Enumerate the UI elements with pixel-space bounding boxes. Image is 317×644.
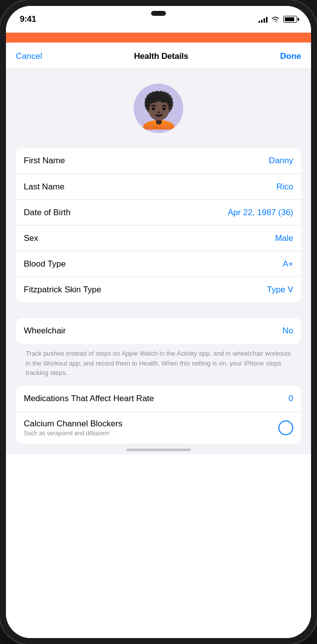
medications-label: Medications That Affect Heart Rate bbox=[24, 394, 154, 404]
form-card: First Name Danny Last Name Rico Date of … bbox=[16, 148, 301, 302]
wheelchair-note: Track pushes instead of steps on Apple W… bbox=[16, 344, 301, 386]
blood-type-row[interactable]: Blood Type A+ bbox=[16, 251, 301, 276]
calcium-label: Calcium Channel Blockers bbox=[24, 419, 122, 429]
section-gap-1 bbox=[6, 310, 311, 318]
calcium-label-group: Calcium Channel Blockers Such as verapam… bbox=[24, 419, 122, 437]
status-bar: 9:41 bbox=[6, 6, 311, 33]
sex-row[interactable]: Sex Male bbox=[16, 225, 301, 251]
wifi-icon bbox=[271, 16, 280, 23]
medications-value: 0 bbox=[289, 394, 293, 404]
avatar[interactable]: 🧑🏿‍🦱 bbox=[134, 84, 183, 133]
dob-label: Date of Birth bbox=[24, 208, 71, 218]
calcium-channel-blockers-row[interactable]: Calcium Channel Blockers Such as verapam… bbox=[16, 412, 301, 444]
first-name-row[interactable]: First Name Danny bbox=[16, 148, 301, 174]
battery-fill bbox=[285, 17, 294, 21]
phone-frame: 9:41 bbox=[0, 0, 317, 644]
battery-icon bbox=[283, 16, 297, 23]
wheelchair-card: Wheelchair No bbox=[16, 318, 301, 344]
wheelchair-label: Wheelchair bbox=[24, 326, 66, 336]
home-indicator-area bbox=[6, 444, 311, 454]
done-button[interactable]: Done bbox=[280, 51, 302, 61]
dob-row[interactable]: Date of Birth Apr 22, 1987 (36) bbox=[16, 199, 301, 225]
form-section: First Name Danny Last Name Rico Date of … bbox=[6, 148, 311, 310]
avatar-section: 🧑🏿‍🦱 bbox=[6, 69, 311, 148]
medications-heart-rate-row[interactable]: Medications That Affect Heart Rate 0 bbox=[16, 386, 301, 412]
home-bar bbox=[126, 449, 191, 451]
status-time: 9:41 bbox=[20, 14, 36, 24]
phone-screen: 9:41 bbox=[6, 6, 311, 638]
avatar-memoji: 🧑🏿‍🦱 bbox=[137, 93, 180, 128]
skin-type-row[interactable]: Fitzpatrick Skin Type Type V bbox=[16, 276, 301, 302]
medications-card: Medications That Affect Heart Rate 0 Cal… bbox=[16, 386, 301, 444]
page-title: Health Details bbox=[134, 51, 188, 61]
orange-bar bbox=[6, 33, 311, 43]
last-name-label: Last Name bbox=[24, 182, 64, 192]
dob-value: Apr 22, 1987 (36) bbox=[228, 208, 293, 218]
main-sheet: Cancel Health Details Done 🧑🏿‍🦱 First Na… bbox=[6, 43, 311, 638]
calcium-sublabel: Such as verapamil and diltiazem bbox=[24, 430, 122, 437]
wheelchair-value: No bbox=[282, 326, 293, 336]
cancel-button[interactable]: Cancel bbox=[16, 51, 42, 61]
first-name-value: Danny bbox=[269, 156, 293, 166]
wheelchair-section: Wheelchair No Track pushes instead of st… bbox=[6, 318, 311, 386]
sex-value: Male bbox=[275, 233, 293, 243]
status-icons bbox=[259, 16, 297, 23]
skin-type-label: Fitzpatrick Skin Type bbox=[24, 285, 102, 295]
wheelchair-row[interactable]: Wheelchair No bbox=[16, 318, 301, 344]
skin-type-value: Type V bbox=[267, 285, 293, 295]
nav-bar: Cancel Health Details Done bbox=[6, 43, 311, 69]
calcium-toggle[interactable] bbox=[278, 420, 293, 435]
signal-icon bbox=[259, 16, 267, 23]
dynamic-island bbox=[151, 11, 166, 16]
last-name-row[interactable]: Last Name Rico bbox=[16, 174, 301, 199]
last-name-value: Rico bbox=[276, 182, 293, 192]
blood-type-value: A+ bbox=[283, 259, 293, 269]
sex-label: Sex bbox=[24, 233, 38, 243]
medications-section: Medications That Affect Heart Rate 0 Cal… bbox=[6, 386, 311, 444]
first-name-label: First Name bbox=[24, 156, 65, 166]
blood-type-label: Blood Type bbox=[24, 259, 66, 269]
